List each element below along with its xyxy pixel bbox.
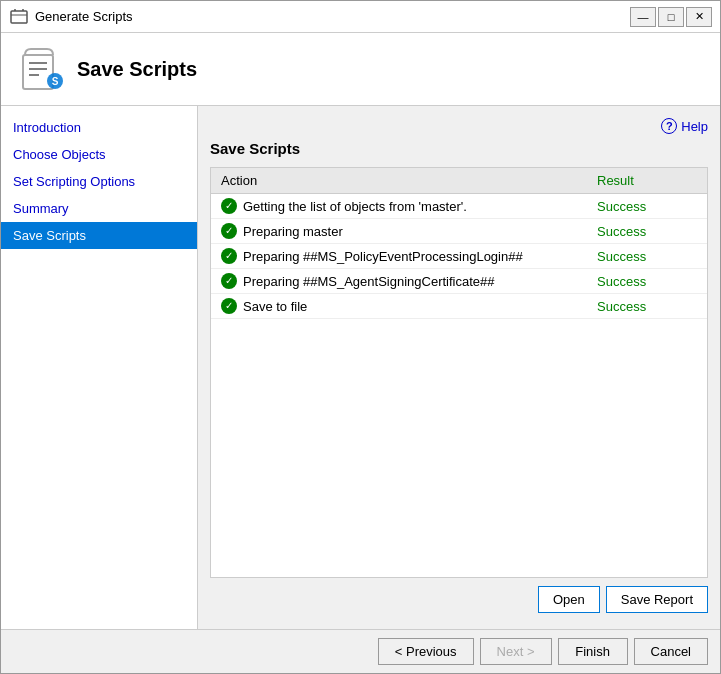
success-icon: ✓ <box>221 298 237 314</box>
content-area: Introduction Choose Objects Set Scriptin… <box>1 106 720 629</box>
table-row: ✓Save to fileSuccess <box>211 294 707 319</box>
svg-rect-0 <box>11 11 27 23</box>
results-table: Action Result ✓Getting the list of objec… <box>211 168 707 319</box>
action-cell: ✓Preparing ##MS_AgentSigningCertificate#… <box>211 269 587 294</box>
maximize-button[interactable]: □ <box>658 7 684 27</box>
window-title: Generate Scripts <box>35 9 630 24</box>
action-cell: ✓Preparing master <box>211 219 587 244</box>
action-text: Preparing ##MS_PolicyEventProcessingLogi… <box>243 249 523 264</box>
success-icon: ✓ <box>221 198 237 214</box>
result-cell: Success <box>587 269 707 294</box>
save-report-button[interactable]: Save Report <box>606 586 708 613</box>
sidebar-item-save-scripts[interactable]: Save Scripts <box>1 222 197 249</box>
app-icon: S <box>17 45 65 93</box>
result-cell: Success <box>587 219 707 244</box>
action-cell: ✓Save to file <box>211 294 587 319</box>
result-cell: Success <box>587 194 707 219</box>
action-text: Getting the list of objects from 'master… <box>243 199 467 214</box>
open-button[interactable]: Open <box>538 586 600 613</box>
help-circle-icon: ? <box>661 118 677 134</box>
action-text: Save to file <box>243 299 307 314</box>
column-header-action: Action <box>211 168 587 194</box>
column-header-result: Result <box>587 168 707 194</box>
success-icon: ✓ <box>221 248 237 264</box>
section-title: Save Scripts <box>210 140 708 157</box>
table-row: ✓Getting the list of objects from 'maste… <box>211 194 707 219</box>
result-cell: Success <box>587 294 707 319</box>
svg-text:S: S <box>52 76 59 87</box>
sidebar-item-choose-objects[interactable]: Choose Objects <box>1 141 197 168</box>
window-icon <box>9 7 29 27</box>
sidebar-item-introduction[interactable]: Introduction <box>1 114 197 141</box>
help-button[interactable]: ? Help <box>661 118 708 134</box>
sidebar: Introduction Choose Objects Set Scriptin… <box>1 106 198 629</box>
results-table-container: Action Result ✓Getting the list of objec… <box>210 167 708 578</box>
result-cell: Success <box>587 244 707 269</box>
action-text: Preparing ##MS_AgentSigningCertificate## <box>243 274 495 289</box>
table-row: ✓Preparing ##MS_AgentSigningCertificate#… <box>211 269 707 294</box>
action-cell: ✓Getting the list of objects from 'maste… <box>211 194 587 219</box>
footer: < Previous Next > Finish Cancel <box>1 629 720 673</box>
success-icon: ✓ <box>221 223 237 239</box>
table-row: ✓Preparing masterSuccess <box>211 219 707 244</box>
title-bar: Generate Scripts — □ ✕ <box>1 1 720 33</box>
sidebar-item-set-scripting-options[interactable]: Set Scripting Options <box>1 168 197 195</box>
header: S Save Scripts <box>1 33 720 106</box>
main-content: ? Help Save Scripts Action Result ✓Getti… <box>198 106 720 629</box>
main-window: Generate Scripts — □ ✕ S Save Scripts <box>0 0 721 674</box>
finish-button[interactable]: Finish <box>558 638 628 665</box>
previous-button[interactable]: < Previous <box>378 638 474 665</box>
cancel-button[interactable]: Cancel <box>634 638 708 665</box>
minimize-button[interactable]: — <box>630 7 656 27</box>
table-row: ✓Preparing ##MS_PolicyEventProcessingLog… <box>211 244 707 269</box>
window-controls: — □ ✕ <box>630 7 712 27</box>
sidebar-item-summary[interactable]: Summary <box>1 195 197 222</box>
header-title: Save Scripts <box>77 58 197 81</box>
action-text: Preparing master <box>243 224 343 239</box>
help-area: ? Help <box>210 118 708 134</box>
close-button[interactable]: ✕ <box>686 7 712 27</box>
success-icon: ✓ <box>221 273 237 289</box>
next-button[interactable]: Next > <box>480 638 552 665</box>
action-cell: ✓Preparing ##MS_PolicyEventProcessingLog… <box>211 244 587 269</box>
bottom-buttons: Open Save Report <box>210 578 708 617</box>
